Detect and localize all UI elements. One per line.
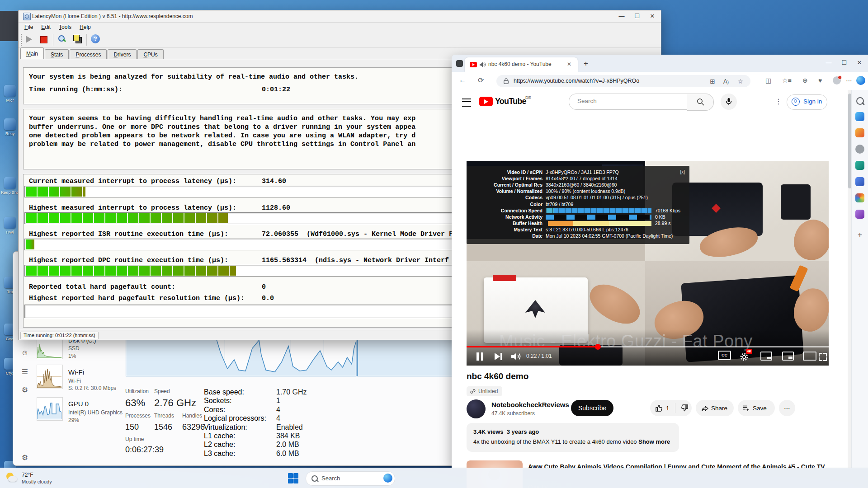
youtube-logo-text[interactable]: YouTube xyxy=(495,97,526,106)
start-button[interactable] xyxy=(288,473,298,483)
description-box[interactable]: 3.4K views 3 years ago 4x the unboxing o… xyxy=(467,423,679,452)
latencymon-titlebar[interactable]: LatencyMon (Home Edition ) v 6.51 - http… xyxy=(19,10,661,23)
edge-browser-window[interactable]: nbc 4k60 demo - YouTube ✕ + — ☐ ✕ ← ⟳ ht… xyxy=(452,55,868,468)
address-bar[interactable]: https://www.youtube.com/watch?v=J-x8HPyQ… xyxy=(496,75,750,87)
theater-mode-button[interactable] xyxy=(803,352,816,361)
desktop-icon[interactable]: Recy xyxy=(1,118,19,136)
tab-workspaces-icon[interactable] xyxy=(456,60,463,67)
settings-icon[interactable]: ⚙ xyxy=(20,453,29,462)
window-minimize-button[interactable]: — xyxy=(822,56,835,69)
sidebar-app-icon[interactable] xyxy=(855,145,864,154)
minimize-button[interactable]: — xyxy=(614,10,629,22)
tab-close-icon[interactable]: ✕ xyxy=(567,61,571,67)
analyze-icon[interactable] xyxy=(57,34,66,43)
sidebar-app-icon[interactable] xyxy=(856,97,864,105)
stats-windows-icon[interactable] xyxy=(73,34,82,43)
pip-button[interactable] xyxy=(782,352,794,361)
like-dislike-pill[interactable]: 1 xyxy=(650,400,692,416)
tab-audio-icon[interactable] xyxy=(480,62,486,67)
progress-bar[interactable] xyxy=(467,346,829,347)
sidebar-app-icon[interactable] xyxy=(855,161,864,170)
miniplayer-button[interactable] xyxy=(760,352,772,361)
video-player[interactable]: [x] Video ID / sCPN J-x8HPyQROo / 3AJ1 1… xyxy=(467,161,829,366)
save-button[interactable]: Save xyxy=(738,400,775,416)
menu-item[interactable]: File xyxy=(20,23,37,32)
dislike-icon[interactable] xyxy=(681,404,688,412)
wifi-mini-graph[interactable] xyxy=(37,365,63,389)
settings-menu-icon[interactable]: ⋯ xyxy=(846,77,852,84)
desktop-icon[interactable]: HWi xyxy=(1,217,19,235)
scrollbar-thumb[interactable] xyxy=(848,94,851,188)
start-monitor-icon[interactable] xyxy=(26,36,32,43)
captions-button[interactable]: CC xyxy=(718,351,731,360)
read-aloud-icon[interactable]: A) xyxy=(723,78,729,85)
stop-monitor-icon[interactable] xyxy=(40,36,47,43)
collections-icon[interactable]: ⊕ xyxy=(802,77,808,84)
channel-name[interactable]: NotebookcheckReviews xyxy=(491,401,569,408)
stats-for-nerds-panel[interactable]: [x] Video ID / sCPN J-x8HPyQROo / 3AJ1 1… xyxy=(467,166,689,244)
sidebar-app-icon[interactable] xyxy=(855,210,864,219)
taskbar-search[interactable]: Search xyxy=(306,471,395,486)
search-input[interactable]: Search xyxy=(569,94,688,110)
gpu-name[interactable]: GPU 0 xyxy=(68,400,89,408)
like-icon[interactable] xyxy=(656,404,663,412)
bing-sidebar-icon[interactable] xyxy=(856,76,865,85)
desktop-icon[interactable]: Keep Sho xyxy=(1,177,19,195)
ellipsis-icon: ⋯ xyxy=(784,404,790,412)
sign-in-button[interactable]: Sign in xyxy=(787,94,827,110)
favorites-icon[interactable]: ☆≡ xyxy=(782,77,792,84)
new-tab-button[interactable]: + xyxy=(584,59,588,68)
pause-button[interactable] xyxy=(475,352,486,361)
fullscreen-button[interactable] xyxy=(819,353,827,361)
youtube-logo-icon[interactable] xyxy=(479,97,493,106)
sidebar-app-icon[interactable] xyxy=(855,128,864,137)
menu-item[interactable]: Help xyxy=(75,23,95,32)
more-actions-button[interactable]: ⋯ xyxy=(779,400,795,416)
sidebar-app-icon[interactable] xyxy=(855,112,864,121)
cpu-utilization-chart[interactable] xyxy=(126,335,457,376)
next-button[interactable] xyxy=(493,352,504,361)
browser-essentials-icon[interactable]: ♥ xyxy=(818,77,822,84)
kebab-menu-icon[interactable]: ⋮ xyxy=(775,97,782,106)
toolbar-gripper[interactable] xyxy=(21,34,23,46)
favorite-star-icon[interactable]: ☆ xyxy=(737,78,743,85)
gpu-mini-graph[interactable] xyxy=(37,397,63,421)
url-text[interactable]: https://www.youtube.com/watch?v=J-x8HPyQ… xyxy=(514,78,639,84)
sidebar-app-icon[interactable] xyxy=(855,177,864,186)
weather-widget[interactable]: 72°F Mostly cloudy xyxy=(5,470,86,486)
window-close-button[interactable]: ✕ xyxy=(853,56,866,69)
subscribe-button[interactable]: Subscribe xyxy=(571,400,613,416)
profile-avatar[interactable] xyxy=(833,76,841,84)
sidebar-add-icon[interactable]: + xyxy=(855,230,864,239)
stats-row-value: 70168 Kbps xyxy=(655,208,680,214)
voice-search-button[interactable] xyxy=(721,94,737,110)
users-icon[interactable]: ☺ xyxy=(20,348,29,357)
refresh-button[interactable]: ⟳ xyxy=(478,76,484,84)
channel-avatar[interactable] xyxy=(467,399,486,418)
close-button[interactable]: ✕ xyxy=(645,10,660,22)
lock-icon[interactable] xyxy=(504,78,509,84)
window-maximize-button[interactable]: ☐ xyxy=(837,56,851,69)
hamburger-menu-icon[interactable] xyxy=(462,99,471,107)
share-button[interactable]: Share xyxy=(696,400,734,416)
apps-icon[interactable]: ⊞ xyxy=(710,78,715,85)
back-button[interactable]: ← xyxy=(459,76,466,84)
menu-item[interactable]: Tools xyxy=(55,23,75,32)
search-button[interactable] xyxy=(687,94,714,111)
sidebar-app-icon[interactable] xyxy=(855,193,864,202)
browser-tab[interactable]: nbc 4k60 demo - YouTube ✕ xyxy=(465,57,578,72)
menu-item[interactable]: Edit xyxy=(37,23,55,32)
maximize-button[interactable]: ☐ xyxy=(629,10,645,22)
desktop-icon[interactable]: Micr xyxy=(1,85,19,103)
progress-scrubber[interactable] xyxy=(595,344,601,350)
stats-close-button[interactable]: [x] xyxy=(680,169,685,174)
details-list-icon[interactable]: ☰ xyxy=(20,367,29,376)
wifi-name[interactable]: Wi-Fi xyxy=(68,368,84,376)
services-icon[interactable]: ⚙ xyxy=(20,385,29,394)
show-more-link[interactable]: Show more xyxy=(638,438,670,445)
disk-mini-graph[interactable] xyxy=(37,338,63,359)
help-icon[interactable]: ? xyxy=(91,34,100,43)
split-screen-icon[interactable]: ◫ xyxy=(765,77,771,84)
tab-main[interactable]: Main xyxy=(20,47,44,59)
volume-button[interactable] xyxy=(510,352,521,361)
